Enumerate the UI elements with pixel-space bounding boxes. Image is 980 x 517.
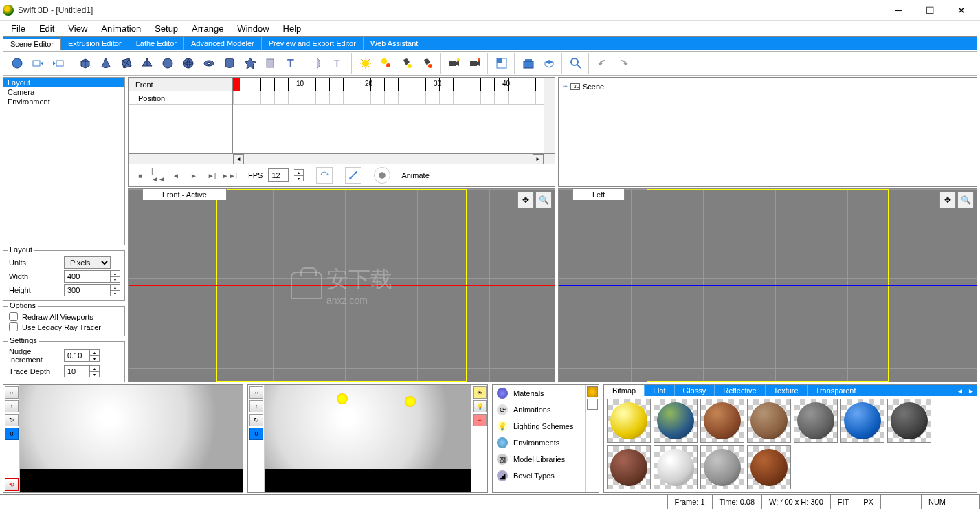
status-fit[interactable]: FIT (830, 495, 857, 509)
rotate-free-icon[interactable]: ↻ (5, 414, 19, 426)
height-input[interactable] (64, 284, 111, 296)
mat-tab-transparent[interactable]: Transparent (808, 385, 865, 396)
extrude-icon[interactable] (261, 54, 280, 73)
menu-help[interactable]: Help (276, 22, 309, 35)
last-frame-button[interactable]: ►►| (223, 169, 236, 182)
gallery-mode-a[interactable] (587, 386, 598, 397)
viewport-front-label[interactable]: Front - Active (142, 188, 227, 200)
prev-frame-button[interactable]: ◄ (170, 169, 182, 182)
mat-tab-flat[interactable]: Flat (645, 385, 674, 396)
light-point-icon[interactable] (356, 54, 375, 73)
gallery-lighting[interactable]: 💡Lighting Schemes (493, 418, 585, 434)
show-grid-icon[interactable] (519, 54, 538, 73)
mat-tab-next[interactable]: ► (966, 385, 977, 396)
material-swatch[interactable] (607, 399, 651, 443)
first-frame-button[interactable]: |◄◄ (152, 169, 164, 182)
remove-light-icon[interactable]: − (473, 414, 487, 426)
viewport-single-icon[interactable] (492, 54, 511, 73)
tab-preview-export[interactable]: Preview and Export Editor (262, 37, 364, 50)
pan-icon[interactable]: ✥ (939, 192, 956, 208)
text-icon[interactable]: T (282, 54, 301, 73)
gallery-materials[interactable]: Materials (493, 385, 585, 402)
material-swatch[interactable] (654, 446, 698, 490)
menu-arrange[interactable]: Arrange (185, 22, 230, 35)
torus-icon[interactable] (199, 54, 219, 73)
redo-icon[interactable] (614, 54, 633, 73)
tab-web-assistant[interactable]: Web Assistant (364, 37, 426, 50)
menu-animation[interactable]: Animation (94, 22, 148, 35)
scene-root-node[interactable]: ┄ T3D Scene (563, 82, 972, 91)
rotate-xy-icon[interactable]: ↔ (249, 386, 263, 399)
timeline-track[interactable] (233, 91, 544, 105)
material-swatch[interactable] (607, 446, 651, 490)
list-item-camera[interactable]: Camera (3, 87, 124, 97)
plane-icon[interactable] (117, 54, 136, 73)
menu-edit[interactable]: Edit (32, 22, 61, 35)
material-swatch[interactable] (747, 446, 791, 490)
redraw-checkbox[interactable] (9, 312, 18, 321)
tab-lathe-editor[interactable]: Lathe Editor (129, 37, 184, 50)
tab-advanced-modeler[interactable]: Advanced Modeler (184, 37, 262, 50)
light-target-icon[interactable] (397, 54, 416, 73)
geosphere-icon[interactable] (179, 54, 198, 73)
rotate-z-icon[interactable]: ↕ (249, 400, 263, 412)
mat-tab-glossy[interactable]: Glossy (675, 385, 715, 396)
material-swatch[interactable] (654, 399, 698, 443)
play-button[interactable]: ► (188, 169, 200, 182)
camera-target-icon[interactable] (445, 54, 464, 73)
menu-setup[interactable]: Setup (148, 22, 185, 35)
zoom-view-icon[interactable]: 🔍 (957, 192, 974, 208)
trace-input[interactable] (64, 365, 90, 377)
lathe-icon[interactable] (309, 54, 328, 73)
undo-icon[interactable] (593, 54, 612, 73)
menu-window[interactable]: Window (230, 22, 276, 35)
rotate-z-icon[interactable]: ↕ (5, 400, 19, 412)
material-swatch[interactable] (747, 399, 791, 443)
material-swatch[interactable] (794, 399, 838, 443)
trace-spinner[interactable]: ▴▾ (90, 365, 100, 377)
add-light-icon[interactable]: ☀ (473, 386, 487, 399)
export-button[interactable] (49, 54, 68, 73)
height-spinner[interactable]: ▴▾ (111, 284, 120, 296)
material-swatch[interactable] (840, 399, 884, 443)
list-item-environment[interactable]: Environment (3, 97, 124, 107)
gallery-environments[interactable]: Environments (493, 434, 585, 451)
animate-toggle[interactable] (374, 167, 390, 184)
gallery-models[interactable]: ▧Model Libraries (493, 451, 585, 468)
tab-scene-editor[interactable]: Scene Editor (3, 37, 61, 50)
list-item-layout[interactable]: Layout (3, 78, 124, 87)
width-input[interactable] (64, 270, 111, 283)
nudge-input[interactable] (64, 349, 90, 362)
gallery-animations[interactable]: ⟳Animations (493, 402, 585, 418)
keyframe-button[interactable] (345, 167, 361, 184)
text3d-icon[interactable]: T (329, 54, 348, 73)
nudge-spinner[interactable]: ▴▾ (90, 349, 100, 362)
cube-icon[interactable] (76, 54, 95, 73)
loop-button[interactable] (316, 167, 333, 184)
menu-view[interactable]: View (61, 22, 94, 35)
tab-extrusion-editor[interactable]: Extrusion Editor (61, 37, 129, 50)
fps-input[interactable] (268, 168, 289, 182)
rotate-reset[interactable]: 0 (5, 428, 19, 440)
material-swatch[interactable] (887, 399, 931, 443)
material-swatch[interactable] (700, 446, 744, 490)
viewport-left[interactable]: Left ✥ 🔍 (558, 188, 977, 382)
lock-icon[interactable]: ⟲ (5, 478, 19, 491)
light-spot-icon[interactable] (377, 54, 396, 73)
timeline-scroll-h[interactable]: ◄ ► (129, 153, 555, 164)
rotate-xy-icon[interactable]: ↔ (5, 386, 19, 399)
mat-tab-bitmap[interactable]: Bitmap (604, 385, 645, 396)
next-frame-button[interactable]: ►| (205, 169, 218, 182)
gallery-bevels[interactable]: ◢Bevel Types (493, 468, 585, 484)
material-swatch[interactable] (700, 399, 744, 443)
playhead[interactable] (233, 78, 240, 91)
status-px[interactable]: PX (856, 495, 881, 509)
units-select[interactable]: Pixels (64, 256, 111, 269)
pan-icon[interactable]: ✥ (517, 192, 534, 208)
gallery-mode-b[interactable] (587, 399, 598, 410)
mat-tab-prev[interactable]: ◄ (955, 385, 966, 396)
rotate-reset[interactable]: 0 (249, 428, 263, 440)
timeline-ruler[interactable]: 10 20 30 40 (233, 78, 544, 91)
zoom-icon[interactable] (566, 54, 586, 73)
timeline-scroll-v[interactable] (544, 78, 555, 153)
